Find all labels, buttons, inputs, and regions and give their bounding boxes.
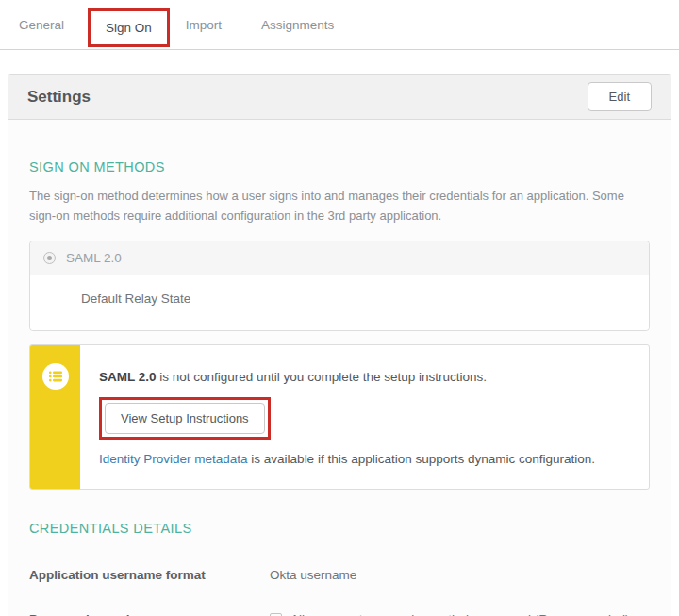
password-reveal-checkbox-label: Allow users to securely see their passwo… [290,612,629,616]
saml-option-body: Default Relay State [30,275,649,330]
setup-instructions-list-icon [42,363,69,390]
edit-button[interactable]: Edit [588,82,652,111]
identity-provider-metadata-link[interactable]: Identity Provider metadata [99,452,248,466]
warning-content: SAML 2.0 is not configured until you com… [80,345,649,489]
password-reveal-row: Password reveal Allow users to securely … [29,612,650,616]
password-reveal-label: Password reveal [29,612,270,616]
page-title: Settings [27,88,91,107]
saml-radio-label: SAML 2.0 [66,251,122,265]
sign-on-methods-description: The sign-on method determines how a user… [29,186,650,225]
saml-radio-button[interactable] [43,252,56,264]
app-tabs: General Sign On Import Assignments [0,0,679,50]
warning-message-text: is not configured until you complete the… [157,370,487,384]
view-setup-instructions-button[interactable]: View Setup Instructions [105,403,265,434]
tab-assignments[interactable]: Assignments [261,18,334,32]
tab-import[interactable]: Import [186,18,222,32]
metadata-info-line: Identity Provider metadata is available … [99,452,630,466]
settings-panel: Settings Edit SIGN ON METHODS The sign-o… [8,74,671,616]
warning-yellow-strip [30,345,80,489]
warning-message: SAML 2.0 is not configured until you com… [99,370,630,384]
settings-panel-body: SIGN ON METHODS The sign-on method deter… [8,159,671,616]
default-relay-state-label: Default Relay State [81,291,190,306]
credentials-details-heading: CREDENTIALS DETAILS [29,521,650,536]
saml-setup-warning-box: SAML 2.0 is not configured until you com… [29,344,650,490]
metadata-info-suffix: is available if this application support… [248,452,595,466]
annotation-box-view-setup-instructions: View Setup Instructions [99,397,271,440]
tab-sign-on[interactable]: Sign On [88,8,170,47]
application-username-format-row: Application username format Okta usernam… [29,568,650,582]
saml-option-box: SAML 2.0 Default Relay State [29,241,650,331]
application-username-format-value: Okta username [270,568,356,582]
settings-panel-header: Settings Edit [8,75,671,120]
application-username-format-label: Application username format [29,568,270,582]
tab-general[interactable]: General [19,18,64,32]
warning-message-bold: SAML 2.0 [99,370,157,384]
sign-on-methods-heading: SIGN ON METHODS [29,159,650,175]
saml-option-header: SAML 2.0 [30,241,649,275]
